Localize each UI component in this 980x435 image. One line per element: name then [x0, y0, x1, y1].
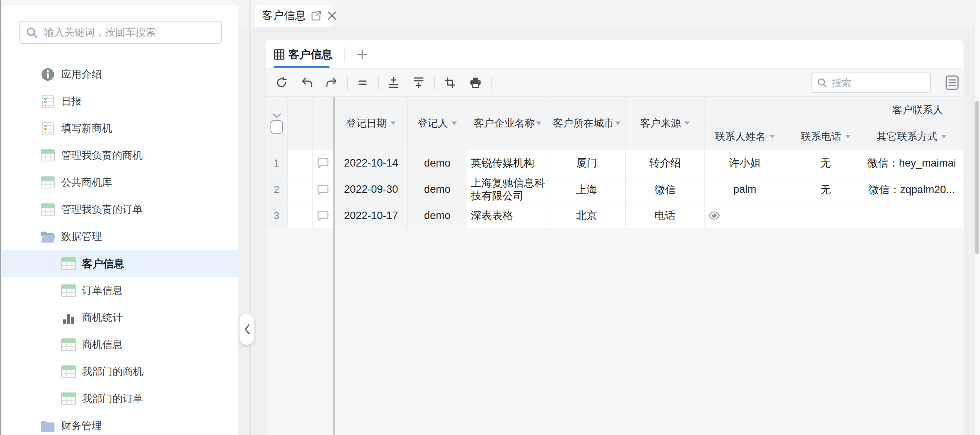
view-tab-bar: 客户信息	[266, 40, 964, 69]
cell-city[interactable]: 北京	[548, 203, 626, 228]
row-spacer-cell[interactable]	[288, 203, 313, 228]
undo-button[interactable]	[297, 69, 317, 96]
column-dropdown-icon[interactable]	[684, 121, 690, 125]
window-scrollbar-thumb[interactable]	[975, 101, 979, 254]
row-number[interactable]: 1	[266, 150, 288, 176]
cell-register-date[interactable]: 2022-10-17	[335, 203, 408, 228]
cell-sliver	[957, 203, 964, 228]
cell-source[interactable]: 微信	[626, 176, 705, 203]
cell-company[interactable]: 深表表格	[467, 203, 548, 228]
column-dropdown-icon[interactable]	[390, 121, 396, 125]
cell-register-date[interactable]: 2022-10-14	[335, 150, 408, 176]
column-header-city[interactable]: 客户所在城市	[548, 97, 626, 150]
cell-source[interactable]: 转介绍	[626, 150, 705, 176]
row-spacer-cell[interactable]	[288, 150, 313, 176]
cell-other-contact[interactable]: 微信：hey_maimai	[866, 150, 957, 176]
cell-contact-phone[interactable]	[785, 203, 866, 228]
sidebar-item-order-info[interactable]: 订单信息	[2, 277, 238, 304]
print-button[interactable]	[465, 69, 486, 96]
column-header-other-contact[interactable]: 其它联系方式	[866, 123, 957, 150]
sidebar-item-label: 日报	[61, 94, 82, 108]
column-dropdown-icon[interactable]	[845, 135, 851, 138]
insert-row-below-button[interactable]	[408, 69, 429, 96]
comment-icon[interactable]	[318, 185, 328, 195]
column-header-source[interactable]: 客户来源	[626, 97, 705, 150]
crop-button[interactable]	[440, 69, 460, 96]
sidebar-item-finance-management[interactable]: 财务管理	[2, 412, 238, 435]
header-comment-column	[313, 97, 333, 150]
cell-registrant[interactable]: demo	[408, 176, 467, 203]
open-in-new-icon[interactable]	[311, 10, 322, 21]
cell-city[interactable]: 上海	[548, 176, 626, 203]
comment-icon[interactable]	[318, 158, 328, 168]
row-height-button[interactable]	[352, 69, 373, 96]
column-header-contact-phone[interactable]: 联系电话	[785, 123, 866, 150]
column-header-contact-name[interactable]: 联系人姓名	[705, 123, 785, 150]
redo-button[interactable]	[321, 69, 342, 96]
row-spacer-cell[interactable]	[288, 176, 313, 203]
form-view-button[interactable]	[942, 73, 962, 92]
cell-city[interactable]: 厦门	[548, 150, 626, 176]
sidebar-item-opportunity-stats[interactable]: 商机统计	[2, 304, 238, 331]
cell-register-date[interactable]: 2022-09-30	[335, 176, 408, 203]
sidebar-item-new-opportunity[interactable]: 填写新商机	[2, 115, 238, 142]
select-all-header[interactable]	[266, 97, 288, 150]
cell-registrant[interactable]: demo	[408, 150, 467, 176]
view-tab-customer-info[interactable]: 客户信息	[274, 40, 332, 69]
sidebar-item-customer-info[interactable]: 客户信息	[2, 250, 238, 277]
column-header-register-date[interactable]: 登记日期	[335, 97, 408, 150]
select-all-checkbox[interactable]	[270, 120, 283, 134]
table-icon	[61, 364, 76, 379]
column-dropdown-icon[interactable]	[941, 135, 947, 138]
sidebar: 应用介绍 日报 填写新商机 管理我负责的商机 公共商机库 管理我负责的订单 数据…	[2, 5, 238, 435]
sidebar-item-opportunity-info[interactable]: 商机信息	[2, 331, 238, 358]
column-dropdown-icon[interactable]	[536, 121, 541, 125]
cell-other-contact[interactable]	[866, 203, 957, 228]
column-header-company[interactable]: 客户企业名称	[467, 97, 548, 150]
frozen-columns-divider[interactable]	[333, 97, 335, 435]
sidebar-item-my-orders-manage[interactable]: 管理我负责的订单	[2, 196, 238, 223]
sidebar-item-dept-opportunities[interactable]: 我部门的商机	[2, 358, 238, 385]
cell-contact-name[interactable]: palm	[705, 176, 785, 203]
sidebar-search-input[interactable]	[43, 26, 209, 39]
sidebar-item-my-opportunities[interactable]: 管理我负责的商机	[2, 142, 238, 169]
workspace-tab-customer-info[interactable]: 客户信息	[255, 5, 332, 27]
row-comment-cell[interactable]	[313, 176, 333, 203]
window-left-edge	[0, 0, 1, 435]
table-row: 1 2022-10-14 demo 英锐传媒机构 厦门 转介绍 许小姐 无 微信…	[266, 150, 964, 176]
cell-other-contact[interactable]: 微信：zqpalm20...	[866, 176, 957, 203]
insert-row-above-button[interactable]	[383, 69, 404, 96]
sidebar-item-dept-orders[interactable]: 我部门的订单	[2, 385, 238, 412]
column-label: 其它联系方式	[877, 130, 938, 143]
sidebar-collapse-button[interactable]	[240, 314, 254, 345]
row-comment-cell[interactable]	[313, 203, 333, 228]
cell-company[interactable]: 英锐传媒机构	[467, 150, 548, 176]
column-dropdown-icon[interactable]	[615, 121, 621, 125]
cell-contact-phone[interactable]: 无	[785, 150, 866, 176]
cell-source[interactable]: 电话	[626, 203, 705, 228]
row-comment-cell[interactable]	[313, 150, 333, 176]
column-dropdown-icon[interactable]	[769, 135, 775, 138]
cell-contact-name[interactable]: 许小姐	[705, 150, 785, 176]
column-dropdown-icon[interactable]	[452, 121, 457, 125]
comment-icon[interactable]	[318, 210, 328, 221]
cell-contact-phone[interactable]: 无	[785, 176, 866, 203]
cell-company[interactable]: 上海复驰信息科技有限公司	[467, 176, 548, 203]
sidebar-item-daily-report[interactable]: 日报	[2, 88, 238, 115]
eye-icon[interactable]	[708, 211, 720, 220]
close-icon[interactable]	[327, 11, 337, 21]
row-number[interactable]: 2	[266, 176, 288, 203]
insert-below-icon	[413, 77, 424, 89]
cell-contact-name[interactable]	[705, 203, 785, 228]
sidebar-item-public-pool[interactable]: 公共商机库	[2, 169, 238, 196]
add-view-button[interactable]	[351, 40, 373, 69]
refresh-button[interactable]	[271, 69, 292, 96]
column-header-registrant[interactable]: 登记人	[408, 97, 467, 150]
row-number[interactable]: 3	[266, 203, 288, 228]
plus-icon	[357, 49, 368, 60]
grid-view-icon	[274, 49, 285, 60]
sidebar-item-app-intro[interactable]: 应用介绍	[2, 61, 238, 88]
sidebar-item-data-management[interactable]: 数据管理	[2, 223, 238, 250]
cell-registrant[interactable]: demo	[408, 203, 467, 228]
table-search-input[interactable]	[831, 77, 923, 89]
